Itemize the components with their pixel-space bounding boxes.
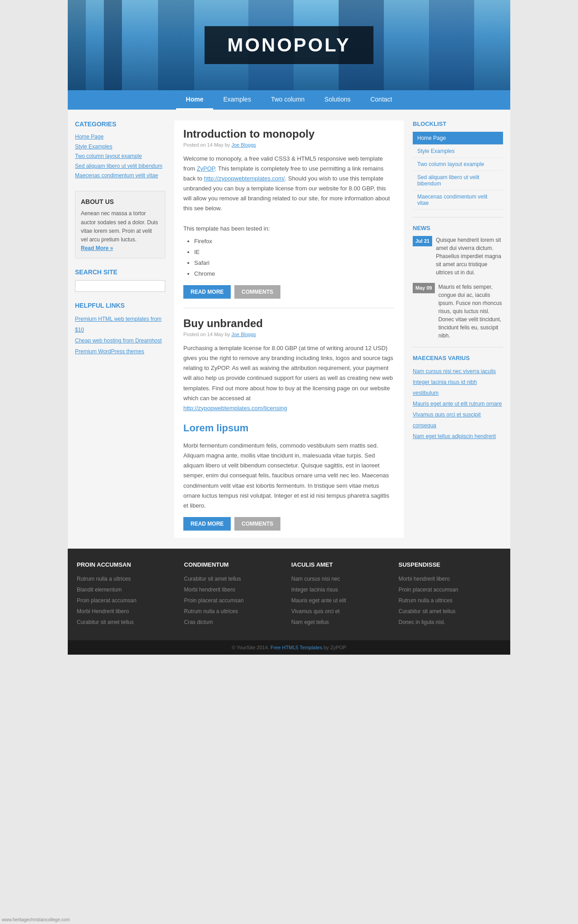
- lorem-heading: Lorem lipsum: [183, 420, 395, 436]
- footer-link[interactable]: Nam eget tellus: [291, 619, 329, 625]
- post-1-author[interactable]: Joe Bloggs: [231, 142, 256, 148]
- maecenas-title: MAECENAS VARIUS: [413, 355, 503, 361]
- list-item: Chrome: [194, 269, 395, 279]
- footer-html5-link[interactable]: Free HTML5 Templates: [270, 645, 322, 650]
- post-2-author[interactable]: Joe Bloggs: [231, 332, 256, 337]
- category-link[interactable]: Style Examples: [75, 143, 112, 150]
- maecenas-link[interactable]: Integer lacinia risus id nibh vestibulum: [413, 379, 477, 396]
- left-sidebar: CATEGORIES Home Page Style Examples Two …: [75, 120, 165, 538]
- maecenas-links: Nam cursus nisi nec viverra iaculis Inte…: [413, 366, 503, 442]
- footer-widgets: PROIN ACCUMSAN Rutrum nulla a ultrices B…: [68, 549, 510, 640]
- site-link-1[interactable]: http://zypopwebtemplates.com/: [204, 175, 285, 182]
- footer-link[interactable]: Proin placerat accumsan: [77, 597, 136, 604]
- list-item: Cheap web hosting from Dreamhost: [75, 335, 165, 346]
- post-2-comments[interactable]: COMMENTS: [234, 517, 280, 531]
- helpful-link[interactable]: Premium HTML web templates from $10: [75, 316, 162, 333]
- main-content: Introduction to monopoly Posted on 14 Ma…: [174, 120, 404, 538]
- category-link[interactable]: Two column layout example: [75, 153, 142, 159]
- footer-link[interactable]: Morbi Hendrerit libero: [77, 608, 129, 614]
- footer-link[interactable]: Rutrum nulla a ultrices: [77, 576, 131, 582]
- footer-col-4-title: SUSPENDISSE: [399, 561, 502, 568]
- nav-solutions[interactable]: Solutions: [315, 90, 361, 110]
- maecenas-link[interactable]: Vivamus quis orci et suscipit consequa: [413, 411, 481, 429]
- categories-title: CATEGORIES: [75, 120, 165, 128]
- zypop-link-1[interactable]: ZyPOP: [197, 165, 215, 172]
- footer-link[interactable]: Rutrum nulla a ultrices: [184, 608, 238, 614]
- site-title-box: MONOPOLY: [205, 26, 373, 64]
- news-title: NEWS: [413, 225, 503, 231]
- footer-link[interactable]: Morbi hendrerit libero: [184, 587, 235, 593]
- blocklist-item[interactable]: Maecenas condimentum velit vitae: [413, 190, 503, 210]
- post-divider: [183, 308, 395, 308]
- blocklist-item[interactable]: Home Page: [413, 132, 503, 145]
- post-2-meta: Posted on 14 May by Joe Bloggs: [183, 332, 395, 337]
- category-link[interactable]: Maecenas condimentum velit vitae: [75, 172, 158, 179]
- blocklist-item[interactable]: Sed aliquam libero ut velit bibendum: [413, 171, 503, 190]
- footer-link[interactable]: Vivamus quis orci et: [291, 608, 340, 614]
- helpful-links-section: HELPFUL LINKS Premium HTML web templates…: [75, 302, 165, 357]
- footer-link[interactable]: Rutrum nulla a ultrices: [399, 597, 452, 604]
- helpful-links-title: HELPFUL LINKS: [75, 302, 165, 309]
- footer-col-3-title: IACULIS AMET: [291, 561, 394, 568]
- post-1-comments[interactable]: COMMENTS: [234, 285, 280, 299]
- footer-link[interactable]: Donec in ligula nisl.: [399, 619, 445, 625]
- footer-link[interactable]: Proin placerat accumsan: [184, 597, 244, 604]
- about-readmore-link[interactable]: Read More »: [81, 245, 113, 251]
- nav-two-column[interactable]: Two column: [261, 90, 315, 110]
- footer-col-2: CONDIMENTUM Curabitur sit amet tellus Mo…: [184, 561, 287, 628]
- helpful-link[interactable]: Cheap web hosting from Dreamhost: [75, 337, 162, 344]
- footer-link[interactable]: Cras dictum: [184, 619, 213, 625]
- post-1-read-more[interactable]: READ MORE: [183, 285, 231, 299]
- post-1: Introduction to monopoly Posted on 14 Ma…: [183, 128, 395, 299]
- nav-examples[interactable]: Examples: [213, 90, 261, 110]
- category-link[interactable]: Sed aliquam libero ut velit bibendum: [75, 163, 162, 169]
- header-banner: MONOPOLY: [68, 0, 510, 90]
- search-title: SEARCH SITE: [75, 268, 165, 276]
- tested-list: Firefox IE Safari Chrome: [194, 236, 395, 279]
- blocklist-item[interactable]: Two column layout example: [413, 158, 503, 171]
- list-item: Safari: [194, 258, 395, 268]
- blocklist: Home Page Style Examples Two column layo…: [413, 132, 503, 210]
- nav-contact[interactable]: Contact: [360, 90, 402, 110]
- rs-divider-1: [413, 217, 503, 217]
- maecenas-link[interactable]: Mauris eget ante ut elit rutrum ornare: [413, 401, 502, 407]
- post-2: Buy unbranded Posted on 14 May by Joe Bl…: [183, 317, 395, 531]
- search-section: SEARCH SITE: [75, 268, 165, 292]
- helpful-link[interactable]: Premium WordPress themes: [75, 348, 144, 355]
- post-2-actions: READ MORE COMMENTS: [183, 517, 395, 531]
- blocklist-title: BLOCKLIST: [413, 120, 503, 127]
- about-title: ABOUT US: [81, 197, 159, 207]
- blocklist-item[interactable]: Style Examples: [413, 145, 503, 158]
- rs-divider-2: [413, 347, 503, 347]
- list-item: Premium HTML web templates from $10: [75, 314, 165, 335]
- nav-home[interactable]: Home: [176, 90, 214, 110]
- licensing-url[interactable]: http://zypopwebtemplates.com/licensing: [183, 405, 287, 411]
- right-sidebar: BLOCKLIST Home Page Style Examples Two c…: [413, 120, 503, 538]
- footer-link[interactable]: Blandit elementum: [77, 587, 121, 593]
- footer-link[interactable]: Morbi hendrerit libero: [399, 576, 450, 582]
- maecenas-link[interactable]: Nam cursus nisi nec viverra iaculis: [413, 368, 496, 374]
- list-item: Maecenas condimentum velit vitae: [75, 171, 165, 181]
- footer-link[interactable]: Mauris eget ante ut elit: [291, 597, 346, 604]
- footer-link[interactable]: Curabitur sit amet tellus: [184, 576, 241, 582]
- footer-col-3: IACULIS AMET Nam cursus nisi nec Integer…: [291, 561, 394, 628]
- maecenas-link[interactable]: Nam eget tellus adipiscin hendrerit: [413, 433, 496, 439]
- list-item: Home Page: [75, 132, 165, 142]
- search-input[interactable]: [75, 280, 165, 292]
- news-list: Jul 21 Quisque hendrerit lorem sit amet …: [413, 236, 503, 340]
- categories-section: CATEGORIES Home Page Style Examples Two …: [75, 120, 165, 181]
- footer-link[interactable]: Nam cursus nisi nec: [291, 576, 340, 582]
- footer-bottom: © YourSite 2014. Free HTML5 Templates by…: [68, 640, 510, 655]
- about-section: ABOUT US Aenean nec massa a tortor aucto…: [75, 191, 165, 259]
- footer-link[interactable]: Curabitur sit amet tellus: [399, 608, 456, 614]
- category-link[interactable]: Home Page: [75, 134, 103, 140]
- list-item: Sed aliquam libero ut velit bibendum: [75, 162, 165, 171]
- footer-col-1-title: PROIN ACCUMSAN: [77, 561, 180, 568]
- footer-link[interactable]: Curabitur sit amet tellus: [77, 619, 134, 625]
- footer-link[interactable]: Integer lacinia risus: [291, 587, 338, 593]
- list-item: Firefox: [194, 236, 395, 246]
- news-date-1: Jul 21: [413, 236, 432, 246]
- post-2-read-more[interactable]: READ MORE: [183, 517, 231, 531]
- news-item-1: Jul 21 Quisque hendrerit lorem sit amet …: [413, 236, 503, 277]
- footer-link[interactable]: Proin placerat accumsan: [399, 587, 458, 593]
